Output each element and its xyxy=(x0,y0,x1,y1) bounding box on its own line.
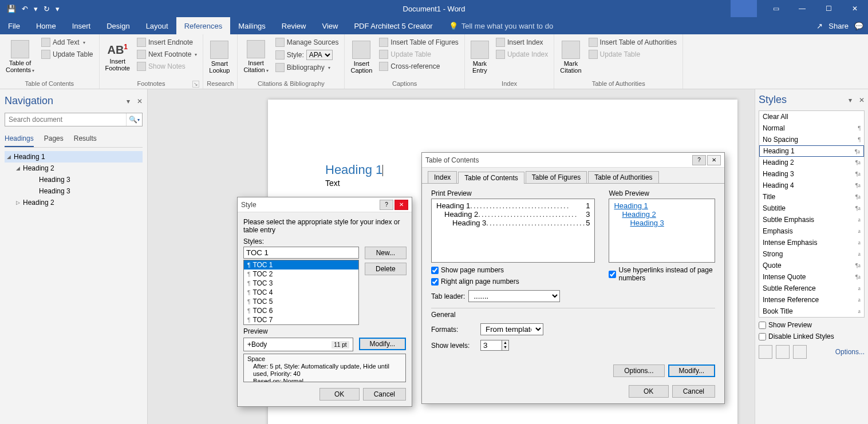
spinner-down-icon[interactable]: ▼ xyxy=(502,345,508,350)
expand-icon[interactable]: ◢ xyxy=(7,154,14,160)
show-levels-input[interactable] xyxy=(481,340,502,350)
tab-layout[interactable]: Layout xyxy=(138,17,176,34)
close-button[interactable]: ✕ xyxy=(842,0,868,17)
manage-sources-button[interactable]: Manage Sources xyxy=(273,37,341,48)
user-account[interactable] xyxy=(731,0,757,17)
style-item[interactable]: Subtle Referencea xyxy=(759,283,864,294)
style-item[interactable]: Heading 1¶a xyxy=(759,145,864,157)
maximize-button[interactable]: ☐ xyxy=(815,0,842,17)
update-toa-button[interactable]: Update Table xyxy=(586,49,680,60)
insert-index-button[interactable]: Insert Index xyxy=(494,37,550,48)
tell-me[interactable]: 💡 Tell me what you want to do xyxy=(441,17,561,34)
style-item[interactable]: Clear All xyxy=(759,111,864,122)
new-button[interactable]: New... xyxy=(365,247,407,259)
toc-modify-button[interactable]: Modify... xyxy=(668,364,715,377)
update-index-button[interactable]: Update Index xyxy=(494,49,550,60)
nav-tab-headings[interactable]: Headings xyxy=(5,132,34,147)
style-item[interactable]: Intense Quote¶a xyxy=(759,271,864,283)
show-page-numbers-checkbox[interactable]: Show page numbers xyxy=(431,266,595,274)
toc-tab-toc[interactable]: Table of Contents xyxy=(458,172,524,184)
show-levels-spinner[interactable]: ▲▼ xyxy=(480,340,509,351)
list-item[interactable]: ¶TOC 6 xyxy=(244,306,358,315)
nav-item[interactable]: Heading 3 xyxy=(5,174,143,185)
style-listbox[interactable]: ¶TOC 1¶TOC 2¶TOC 3¶TOC 4¶TOC 5¶TOC 6¶TOC… xyxy=(243,260,359,325)
tab-pdf-architect[interactable]: PDF Architect 5 Creator xyxy=(346,17,440,34)
insert-citation-button[interactable]: Insert Citation xyxy=(241,35,270,79)
toc-dialog-close-icon[interactable]: ✕ xyxy=(707,155,721,165)
style-item[interactable]: Heading 4¶a xyxy=(759,180,864,191)
style-item[interactable]: Subtitle¶a xyxy=(759,203,864,214)
mark-citation-button[interactable]: Mark Citation xyxy=(558,35,583,79)
style-dialog-close-icon[interactable]: ✕ xyxy=(394,200,408,210)
ribbon-display-icon[interactable]: ▭ xyxy=(763,0,789,17)
tab-mailings[interactable]: Mailings xyxy=(230,17,274,34)
new-style-button[interactable] xyxy=(759,345,772,359)
redo-icon[interactable]: ↻ xyxy=(44,5,50,13)
insert-tof-button[interactable]: Insert Table of Figures xyxy=(377,37,461,48)
citation-style-select[interactable]: Style: APA xyxy=(273,49,341,61)
style-item[interactable]: Heading 2¶a xyxy=(759,157,864,168)
preview-link[interactable]: Heading 1 xyxy=(614,201,710,210)
update-table-button[interactable]: Update Table xyxy=(39,49,96,60)
list-item[interactable]: ¶TOC 4 xyxy=(244,288,358,297)
list-item[interactable]: ¶TOC 2 xyxy=(244,270,358,279)
spinner-up-icon[interactable]: ▲ xyxy=(502,340,508,345)
toc-tab-toa[interactable]: Table of Authorities xyxy=(588,171,658,183)
list-item[interactable]: ¶TOC 8 xyxy=(244,324,358,325)
cross-reference-button[interactable]: Cross-reference xyxy=(377,61,461,72)
nav-item[interactable]: ◢Heading 2 xyxy=(5,163,143,174)
style-item[interactable]: Stronga xyxy=(759,248,864,260)
style-item[interactable]: Subtle Emphasisa xyxy=(759,214,864,225)
style-name-input[interactable] xyxy=(243,247,359,259)
tab-design[interactable]: Design xyxy=(98,17,137,34)
style-item[interactable]: Heading 3¶a xyxy=(759,168,864,180)
share-button[interactable]: Share xyxy=(828,22,849,30)
nav-dropdown-icon[interactable]: ▾ xyxy=(127,97,130,105)
style-item[interactable]: Normal¶ xyxy=(759,122,864,134)
toc-cancel-button[interactable]: Cancel xyxy=(672,385,715,398)
manage-styles-button[interactable] xyxy=(793,345,807,359)
search-button[interactable]: 🔍▾ xyxy=(126,113,142,126)
insert-caption-button[interactable]: Insert Caption xyxy=(348,35,374,79)
minimize-button[interactable]: — xyxy=(789,0,815,17)
nav-item[interactable]: Heading 3 xyxy=(5,185,143,197)
tab-review[interactable]: Review xyxy=(274,17,314,34)
modify-button[interactable]: Modify... xyxy=(359,338,406,350)
list-item[interactable]: ¶TOC 3 xyxy=(244,279,358,288)
mark-entry-button[interactable]: Mark Entry xyxy=(468,35,491,79)
style-item[interactable]: Intense Emphasisa xyxy=(759,237,864,248)
tab-file[interactable]: File xyxy=(0,17,28,34)
nav-tab-results[interactable]: Results xyxy=(74,132,97,147)
style-dialog-help-icon[interactable]: ? xyxy=(380,200,393,210)
undo-icon[interactable]: ↶ xyxy=(22,5,28,13)
expand-icon[interactable]: ▷ xyxy=(16,200,23,205)
show-notes-button[interactable]: Show Notes xyxy=(135,61,199,72)
use-hyperlinks-checkbox[interactable]: Use hyperlinks instead of page numbers xyxy=(609,266,715,282)
formats-select[interactable]: From template xyxy=(480,323,543,335)
insert-endnote-button[interactable]: Insert Endnote xyxy=(135,37,199,48)
style-inspector-button[interactable] xyxy=(776,345,790,359)
toc-ok-button[interactable]: OK xyxy=(629,385,669,398)
right-align-checkbox[interactable]: Right align page numbers xyxy=(431,278,595,286)
cancel-button[interactable]: Cancel xyxy=(363,388,406,401)
styles-options-link[interactable]: Options... xyxy=(835,348,865,356)
list-item[interactable]: ¶TOC 7 xyxy=(244,315,358,324)
table-of-contents-button[interactable]: Table of Contents xyxy=(3,35,37,79)
style-item[interactable]: Book Titlea xyxy=(759,306,864,317)
search-input[interactable] xyxy=(5,113,126,126)
bibliography-button[interactable]: Bibliography xyxy=(273,62,341,73)
nav-item[interactable]: ◢Heading 1 xyxy=(5,151,143,163)
update-tof-button[interactable]: Update Table xyxy=(377,49,461,60)
ok-button[interactable]: OK xyxy=(319,388,360,401)
delete-button[interactable]: Delete xyxy=(365,263,407,275)
show-preview-checkbox[interactable]: Show Preview xyxy=(759,321,865,329)
style-item[interactable]: Emphasisa xyxy=(759,225,864,237)
save-icon[interactable]: 💾 xyxy=(7,5,16,13)
nav-close-icon[interactable]: ✕ xyxy=(137,97,143,105)
qat-more-icon[interactable]: ▾ xyxy=(34,5,38,13)
tab-insert[interactable]: Insert xyxy=(64,17,99,34)
style-item[interactable]: No Spacing¶ xyxy=(759,134,864,145)
disable-linked-checkbox[interactable]: Disable Linked Styles xyxy=(759,332,865,340)
toc-options-button[interactable]: Options... xyxy=(613,364,664,377)
tab-view[interactable]: View xyxy=(314,17,346,34)
